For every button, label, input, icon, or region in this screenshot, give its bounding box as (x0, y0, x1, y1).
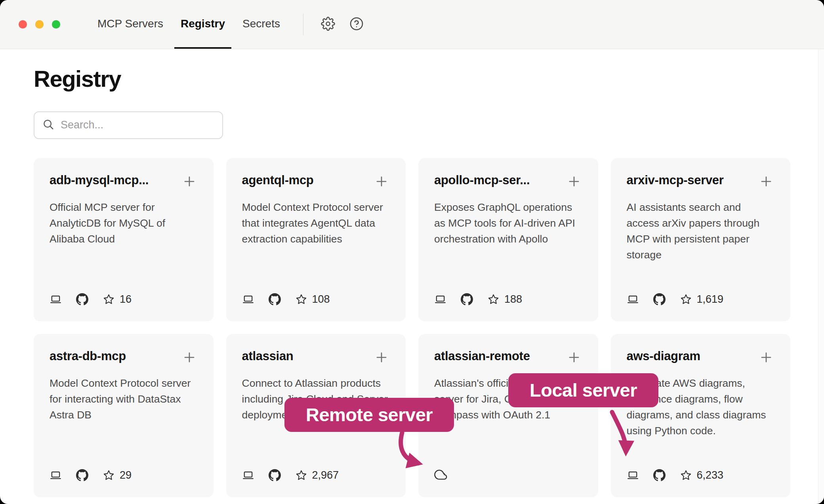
traffic-lights (0, 0, 60, 49)
tab-mcp-servers[interactable]: MCP Servers (91, 0, 170, 49)
star-count: 108 (312, 293, 330, 305)
server-description: AI assistants search and access arXiv pa… (627, 199, 775, 263)
star-icon (103, 293, 115, 305)
plus-icon (566, 174, 582, 189)
github-icon[interactable] (76, 293, 88, 305)
cloud-icon (434, 468, 448, 481)
close-button[interactable] (19, 20, 27, 29)
server-card-aws-diagram[interactable]: aws-diagram Generate AWS diagrams, seque… (611, 334, 791, 497)
plus-icon (374, 174, 389, 189)
search-icon (42, 118, 54, 132)
server-card-adb-mysql-mcp[interactable]: adb-mysql-mcp... Official MCP server for… (34, 158, 214, 321)
laptop-icon (242, 293, 254, 305)
plus-icon (182, 350, 197, 365)
tab-secrets[interactable]: Secrets (236, 0, 286, 49)
titlebar-divider (303, 13, 303, 35)
server-description: Official MCP server for AnalyticDB for M… (50, 199, 198, 247)
server-card-arxiv-mcp-server[interactable]: arxiv-mcp-server AI assistants search an… (611, 158, 791, 321)
server-name: adb-mysql-mcp... (50, 173, 149, 187)
server-name: astra-db-mcp (50, 349, 126, 363)
star-count: 1,619 (697, 293, 724, 305)
plus-icon (374, 350, 389, 365)
page-title: Registry (34, 66, 790, 92)
add-server-button[interactable] (566, 173, 582, 190)
remote-server-annotation: Remote server (284, 398, 454, 432)
github-icon[interactable] (269, 469, 281, 481)
server-name: arxiv-mcp-server (627, 173, 724, 187)
laptop-icon (627, 469, 639, 481)
settings-button[interactable] (319, 16, 337, 33)
add-server-button[interactable] (758, 173, 774, 190)
server-card-astra-db-mcp[interactable]: astra-db-mcp Model Context Protocol serv… (34, 334, 214, 497)
star-count: 16 (120, 293, 132, 305)
star-count: 188 (504, 293, 522, 305)
help-icon (349, 17, 364, 32)
star-icon (680, 469, 692, 481)
github-icon[interactable] (76, 469, 88, 481)
star-icon (295, 293, 307, 305)
titlebar: MCP Servers Registry Secrets (0, 0, 824, 49)
add-server-button[interactable] (373, 173, 390, 190)
add-server-button[interactable] (758, 349, 774, 366)
laptop-icon (627, 293, 639, 305)
add-server-button[interactable] (181, 173, 198, 190)
server-grid: adb-mysql-mcp... Official MCP server for… (34, 158, 790, 497)
laptop-icon (50, 293, 62, 305)
tab-registry[interactable]: Registry (174, 0, 231, 49)
server-name: atlassian-remote (434, 349, 530, 363)
plus-icon (182, 174, 197, 189)
server-description: Model Context Protocol server for intera… (50, 375, 198, 423)
laptop-icon (50, 469, 62, 481)
plus-icon (759, 174, 774, 189)
gear-icon (321, 17, 335, 32)
server-description: Model Context Protocol server that integ… (242, 199, 390, 247)
add-server-button[interactable] (373, 349, 390, 366)
laptop-icon (434, 293, 446, 305)
add-server-button[interactable] (566, 349, 582, 366)
github-icon[interactable] (269, 293, 281, 305)
star-icon (680, 293, 692, 305)
local-server-annotation: Local server (508, 373, 658, 407)
app-window: MCP Servers Registry Secrets (0, 0, 824, 504)
github-icon[interactable] (653, 469, 666, 481)
titlebar-actions (319, 0, 365, 49)
registry-page: Registry adb-mysql-mcp... Official MCP s… (0, 66, 824, 497)
add-server-button[interactable] (181, 349, 198, 366)
server-card-apollo-mcp-server[interactable]: apollo-mcp-ser... Exposes GraphQL operat… (418, 158, 598, 321)
github-icon[interactable] (461, 293, 473, 305)
server-card-agentql-mcp[interactable]: agentql-mcp Model Context Protocol serve… (226, 158, 406, 321)
scrollbar[interactable] (818, 50, 824, 504)
server-name: atlassian (242, 349, 294, 363)
laptop-icon (242, 469, 254, 481)
plus-icon (759, 350, 774, 365)
star-count: 6,233 (697, 469, 724, 481)
zoom-button[interactable] (52, 20, 60, 29)
server-name: apollo-mcp-ser... (434, 173, 530, 187)
search-box (34, 111, 223, 139)
star-count: 2,967 (312, 469, 339, 481)
server-name: aws-diagram (627, 349, 700, 363)
search-input[interactable] (61, 119, 214, 131)
plus-icon (566, 350, 582, 365)
star-icon (103, 469, 115, 481)
star-icon (487, 293, 500, 305)
help-button[interactable] (348, 16, 365, 33)
minimize-button[interactable] (35, 20, 44, 29)
star-icon (295, 469, 307, 481)
server-name: agentql-mcp (242, 173, 314, 187)
star-count: 29 (120, 469, 132, 481)
github-icon[interactable] (653, 293, 666, 305)
server-description: Exposes GraphQL operations as MCP tools … (434, 199, 582, 247)
main-nav: MCP Servers Registry Secrets (91, 0, 286, 49)
